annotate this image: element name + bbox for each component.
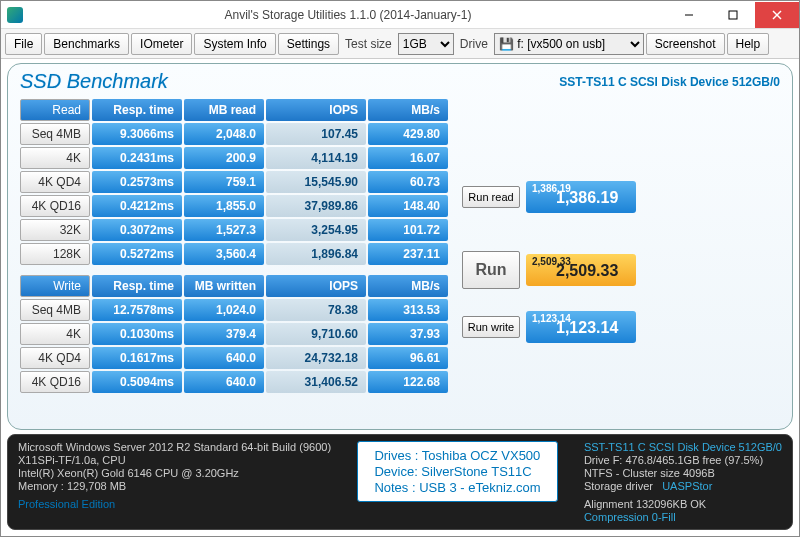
toolbar: File Benchmarks IOmeter System Info Sett… xyxy=(1,29,799,59)
row-label: 4K xyxy=(20,323,90,345)
table-row: 4K QD160.5094ms640.031,406.52122.68 xyxy=(20,371,448,393)
cell-iops: 37,989.86 xyxy=(266,195,366,217)
cell-resp: 0.3072ms xyxy=(92,219,182,241)
menu-screenshot[interactable]: Screenshot xyxy=(646,33,725,55)
menu-settings[interactable]: Settings xyxy=(278,33,339,55)
cell-mbs: 429.80 xyxy=(368,123,448,145)
benchmark-header: SSD Benchmark SST-TS11 C SCSI Disk Devic… xyxy=(18,70,782,97)
footer-storage-driver: Storage driver UASPStor xyxy=(584,480,782,492)
cell-mbs: 237.11 xyxy=(368,243,448,265)
menu-system-info[interactable]: System Info xyxy=(194,33,275,55)
footer-drive: Drive F: 476.8/465.1GB free (97.5%) xyxy=(584,454,782,466)
cell-mb: 3,560.4 xyxy=(184,243,264,265)
table-row: 4K QD40.2573ms759.115,545.9060.73 xyxy=(20,171,448,193)
menu-iometer[interactable]: IOmeter xyxy=(131,33,192,55)
cell-iops: 15,545.90 xyxy=(266,171,366,193)
cell-mb: 640.0 xyxy=(184,371,264,393)
menu-file[interactable]: File xyxy=(5,33,42,55)
row-label: Seq 4MB xyxy=(20,299,90,321)
footer-compression[interactable]: Compression 0-Fill xyxy=(584,511,782,523)
status-footer: Microsoft Windows Server 2012 R2 Standar… xyxy=(7,434,793,530)
cell-mbs: 60.73 xyxy=(368,171,448,193)
app-icon xyxy=(7,7,23,23)
cpu-info: Intel(R) Xeon(R) Gold 6146 CPU @ 3.20GHz xyxy=(18,467,331,479)
menu-help[interactable]: Help xyxy=(727,33,770,55)
cell-mb: 1,527.3 xyxy=(184,219,264,241)
maximize-button[interactable] xyxy=(711,2,755,28)
footer-fs: NTFS - Cluster size 4096B xyxy=(584,467,782,479)
svg-rect-1 xyxy=(729,11,737,19)
table-row: Seq 4MB12.7578ms1,024.078.38313.53 xyxy=(20,299,448,321)
footer-alignment: Alignment 132096KB OK xyxy=(584,498,782,510)
benchmark-panel: SSD Benchmark SST-TS11 C SCSI Disk Devic… xyxy=(7,63,793,430)
cell-mb: 2,048.0 xyxy=(184,123,264,145)
read-table: Read Resp. time MB read IOPS MB/s Seq 4M… xyxy=(18,97,450,267)
cell-mbs: 96.61 xyxy=(368,347,448,369)
col-resp: Resp. time xyxy=(92,99,182,121)
cell-resp: 0.2573ms xyxy=(92,171,182,193)
write-row-header: Write xyxy=(20,275,90,297)
score-sidebar: Run read 1,386.19 1,386.19 Run 2,509.33 … xyxy=(462,97,636,395)
result-tables: Read Resp. time MB read IOPS MB/s Seq 4M… xyxy=(18,97,450,395)
drive-select[interactable]: 💾 f: [vx500 on usb] xyxy=(494,33,644,55)
drive-info: SST-TS11 C SCSI Disk Device 512GB/0 Driv… xyxy=(584,441,782,523)
menu-benchmarks[interactable]: Benchmarks xyxy=(44,33,129,55)
drive-label: Drive xyxy=(456,37,492,51)
cell-resp: 9.3066ms xyxy=(92,123,182,145)
cell-mb: 1,855.0 xyxy=(184,195,264,217)
run-button[interactable]: Run xyxy=(462,251,520,289)
col-mbwritten: MB written xyxy=(184,275,264,297)
notes-box[interactable]: Drives : Toshiba OCZ VX500 Device: Silve… xyxy=(357,441,557,502)
cell-resp: 0.5094ms xyxy=(92,371,182,393)
cell-resp: 0.1617ms xyxy=(92,347,182,369)
col-mbs: MB/s xyxy=(368,99,448,121)
cell-iops: 31,406.52 xyxy=(266,371,366,393)
system-info: Microsoft Windows Server 2012 R2 Standar… xyxy=(18,441,331,510)
row-label: 4K QD16 xyxy=(20,195,90,217)
benchmark-body: Read Resp. time MB read IOPS MB/s Seq 4M… xyxy=(18,97,782,395)
close-button[interactable] xyxy=(755,2,799,28)
device-name: SST-TS11 C SCSI Disk Device 512GB/0 xyxy=(559,75,780,89)
cell-iops: 3,254.95 xyxy=(266,219,366,241)
cell-iops: 24,732.18 xyxy=(266,347,366,369)
col-mbread: MB read xyxy=(184,99,264,121)
cell-mbs: 122.68 xyxy=(368,371,448,393)
cell-mbs: 313.53 xyxy=(368,299,448,321)
cell-resp: 0.4212ms xyxy=(92,195,182,217)
cell-resp: 0.5272ms xyxy=(92,243,182,265)
cell-resp: 12.7578ms xyxy=(92,299,182,321)
cell-mbs: 148.40 xyxy=(368,195,448,217)
col-resp: Resp. time xyxy=(92,275,182,297)
col-iops: IOPS xyxy=(266,99,366,121)
row-label: 128K xyxy=(20,243,90,265)
window-title: Anvil's Storage Utilities 1.1.0 (2014-Ja… xyxy=(29,8,667,22)
row-label: Seq 4MB xyxy=(20,123,90,145)
window-controls xyxy=(667,2,799,28)
minimize-button[interactable] xyxy=(667,2,711,28)
testsize-label: Test size xyxy=(341,37,396,51)
cell-mb: 379.4 xyxy=(184,323,264,345)
table-row: 128K0.5272ms3,560.41,896.84237.11 xyxy=(20,243,448,265)
cell-mb: 1,024.0 xyxy=(184,299,264,321)
score-read: 1,386.19 1,386.19 xyxy=(526,181,636,213)
table-row: 4K QD40.1617ms640.024,732.1896.61 xyxy=(20,347,448,369)
write-table: Write Resp. time MB written IOPS MB/s Se… xyxy=(18,273,450,395)
testsize-select[interactable]: 1GB xyxy=(398,33,454,55)
cell-mbs: 37.93 xyxy=(368,323,448,345)
cell-mb: 759.1 xyxy=(184,171,264,193)
benchmark-title: SSD Benchmark xyxy=(20,70,168,93)
row-label: 4K QD16 xyxy=(20,371,90,393)
notes-drives: Drives : Toshiba OCZ VX500 xyxy=(374,448,540,463)
col-iops: IOPS xyxy=(266,275,366,297)
read-row-header: Read xyxy=(20,99,90,121)
table-row: 4K QD160.4212ms1,855.037,989.86148.40 xyxy=(20,195,448,217)
run-read-button[interactable]: Run read xyxy=(462,186,520,208)
mb-info: X11SPi-TF/1.0a, CPU xyxy=(18,454,331,466)
table-row: 32K0.3072ms1,527.33,254.95101.72 xyxy=(20,219,448,241)
cell-iops: 4,114.19 xyxy=(266,147,366,169)
run-write-button[interactable]: Run write xyxy=(462,316,520,338)
cell-mbs: 16.07 xyxy=(368,147,448,169)
cell-mb: 640.0 xyxy=(184,347,264,369)
notes-device: Device: SilverStone TS11C xyxy=(374,464,540,479)
app-window: Anvil's Storage Utilities 1.1.0 (2014-Ja… xyxy=(0,0,800,537)
